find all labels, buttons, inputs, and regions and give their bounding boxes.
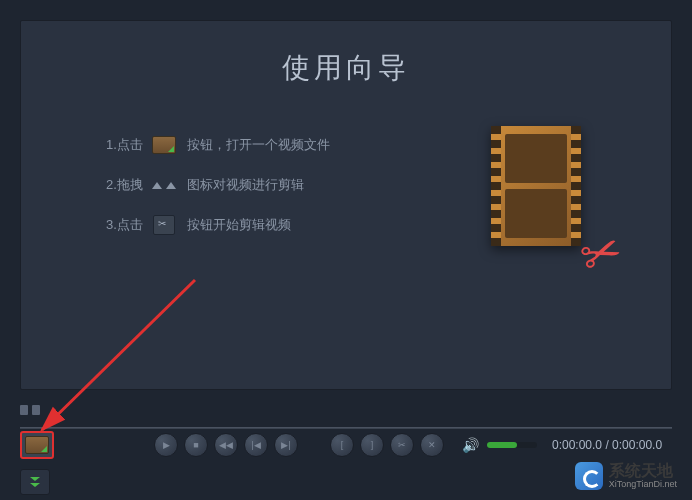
- timeline[interactable]: [20, 405, 672, 423]
- prev-button[interactable]: ◀◀: [214, 433, 238, 457]
- time-display: 0:00:00.0 / 0:00:00.0: [552, 438, 662, 452]
- step-prefix: 2.拖拽: [106, 176, 151, 194]
- volume-slider[interactable]: [487, 442, 537, 448]
- cut-button[interactable]: ✂: [390, 433, 414, 457]
- step-text: 按钮，打开一个视频文件: [187, 136, 330, 154]
- cut-icon: [151, 214, 177, 236]
- watermark-url: XiTongTianDi.net: [609, 480, 677, 490]
- delete-button[interactable]: ✕: [420, 433, 444, 457]
- watermark-name: 系统天地: [609, 462, 677, 480]
- prev-frame-button[interactable]: |◀: [244, 433, 268, 457]
- next-frame-button[interactable]: ▶|: [274, 433, 298, 457]
- wizard-panel: 使用向导 1.点击 按钮，打开一个视频文件 2.拖拽 图标对视频进行剪辑 3.点…: [20, 20, 672, 390]
- film-scissors-graphic: ✂: [491, 126, 611, 266]
- time-current: 0:00:00.0: [552, 438, 602, 452]
- watermark-logo-icon: [575, 462, 603, 490]
- step-text: 按钮开始剪辑视频: [187, 216, 291, 234]
- step-prefix: 1.点击: [106, 136, 151, 154]
- drag-arrows-icon: [151, 174, 177, 196]
- open-file-button[interactable]: [20, 431, 54, 459]
- playback-controls: ▶ ■ ◀◀ |◀ ▶| [ ] ✂ ✕ 🔊 0:00:00.0 / 0:00:…: [20, 428, 672, 462]
- timeline-marker[interactable]: [32, 405, 40, 415]
- step-text: 图标对视频进行剪辑: [187, 176, 304, 194]
- play-button[interactable]: ▶: [154, 433, 178, 457]
- watermark: 系统天地 XiTongTianDi.net: [575, 462, 677, 490]
- folder-icon: [151, 134, 177, 156]
- time-total: 0:00:00.0: [612, 438, 662, 452]
- chevron-down-icon: [30, 477, 40, 481]
- mark-in-button[interactable]: [: [330, 433, 354, 457]
- volume-icon[interactable]: 🔊: [462, 437, 479, 453]
- wizard-title: 使用向导: [21, 49, 671, 87]
- mark-out-button[interactable]: ]: [360, 433, 384, 457]
- timeline-marker[interactable]: [20, 405, 28, 415]
- stop-button[interactable]: ■: [184, 433, 208, 457]
- chevron-down-icon: [30, 483, 40, 487]
- folder-icon: [25, 436, 49, 454]
- step-prefix: 3.点击: [106, 216, 151, 234]
- expand-button[interactable]: [20, 469, 50, 495]
